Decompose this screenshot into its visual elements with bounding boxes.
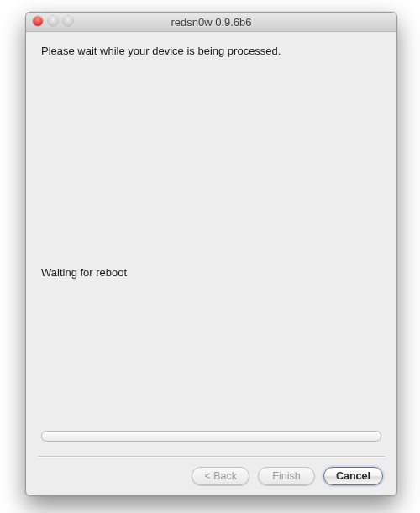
content-area: Please wait while your device is being p… xyxy=(26,31,396,495)
app-window: redsn0w 0.9.6b6 Please wait while your d… xyxy=(25,12,397,496)
zoom-icon[interactable] xyxy=(63,16,73,26)
minimize-icon[interactable] xyxy=(48,16,58,26)
status-text: Waiting for reboot xyxy=(41,266,127,279)
window-title: redsn0w 0.9.6b6 xyxy=(26,16,396,29)
cancel-button[interactable]: Cancel xyxy=(323,467,383,485)
progress-bar xyxy=(41,431,381,442)
finish-button: Finish xyxy=(258,467,315,485)
progress-bar-container xyxy=(41,431,381,442)
button-row: < Back Finish Cancel xyxy=(192,467,383,485)
titlebar[interactable]: redsn0w 0.9.6b6 xyxy=(26,13,396,32)
traffic-lights xyxy=(33,16,73,26)
back-button: < Back xyxy=(192,467,249,485)
instruction-text: Please wait while your device is being p… xyxy=(41,44,381,59)
stage: redsn0w 0.9.6b6 Please wait while your d… xyxy=(0,0,420,513)
close-icon[interactable] xyxy=(33,16,43,26)
separator xyxy=(38,456,385,457)
